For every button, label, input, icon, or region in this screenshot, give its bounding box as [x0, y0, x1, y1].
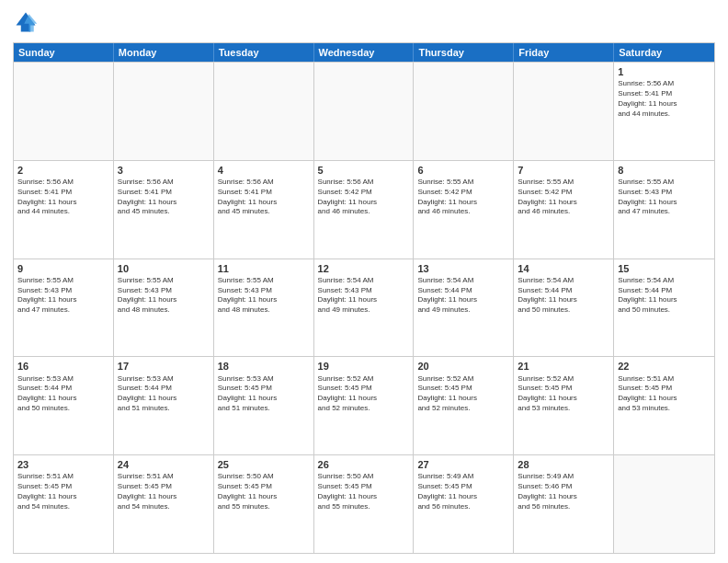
day-cell-28: 28Sunrise: 5:49 AM Sunset: 5:46 PM Dayli… — [514, 455, 614, 553]
empty-cell — [414, 63, 514, 160]
calendar-row-4: 16Sunrise: 5:53 AM Sunset: 5:44 PM Dayli… — [14, 356, 714, 454]
day-number: 21 — [518, 360, 609, 373]
day-number: 19 — [318, 360, 410, 373]
day-number: 9 — [17, 262, 109, 275]
day-cell-2: 2Sunrise: 5:56 AM Sunset: 5:41 PM Daylig… — [14, 161, 114, 259]
calendar-row-5: 23Sunrise: 5:51 AM Sunset: 5:45 PM Dayli… — [14, 454, 714, 553]
day-info: Sunrise: 5:55 AM Sunset: 5:42 PM Dayligh… — [518, 178, 609, 217]
day-info: Sunrise: 5:56 AM Sunset: 5:41 PM Dayligh… — [218, 178, 310, 217]
day-info: Sunrise: 5:54 AM Sunset: 5:44 PM Dayligh… — [417, 276, 509, 316]
logo-icon — [13, 9, 39, 35]
day-cell-3: 3Sunrise: 5:56 AM Sunset: 5:41 PM Daylig… — [114, 161, 214, 259]
day-cell-14: 14Sunrise: 5:54 AM Sunset: 5:44 PM Dayli… — [514, 259, 614, 357]
page-header — [13, 9, 715, 35]
day-number: 10 — [118, 262, 210, 275]
day-cell-19: 19Sunrise: 5:52 AM Sunset: 5:45 PM Dayli… — [314, 357, 415, 454]
day-cell-22: 22Sunrise: 5:51 AM Sunset: 5:45 PM Dayli… — [614, 357, 714, 454]
day-cell-15: 15Sunrise: 5:54 AM Sunset: 5:44 PM Dayli… — [614, 259, 714, 357]
day-number: 24 — [118, 458, 210, 471]
day-number: 27 — [417, 458, 509, 471]
day-info: Sunrise: 5:55 AM Sunset: 5:43 PM Dayligh… — [618, 178, 711, 217]
day-number: 2 — [17, 164, 109, 177]
header-day-thursday: Thursday — [414, 43, 514, 62]
day-info: Sunrise: 5:55 AM Sunset: 5:43 PM Dayligh… — [118, 276, 210, 316]
day-info: Sunrise: 5:50 AM Sunset: 5:45 PM Dayligh… — [318, 472, 410, 511]
day-cell-27: 27Sunrise: 5:49 AM Sunset: 5:45 PM Dayli… — [414, 455, 514, 553]
calendar-header: SundayMondayTuesdayWednesdayThursdayFrid… — [14, 43, 714, 62]
empty-cell — [514, 63, 614, 160]
day-info: Sunrise: 5:56 AM Sunset: 5:41 PM Dayligh… — [618, 79, 711, 119]
header-day-wednesday: Wednesday — [314, 43, 415, 62]
header-day-monday: Monday — [114, 43, 214, 62]
day-info: Sunrise: 5:52 AM Sunset: 5:45 PM Dayligh… — [318, 374, 410, 414]
day-info: Sunrise: 5:51 AM Sunset: 5:45 PM Dayligh… — [118, 472, 210, 511]
day-cell-9: 9Sunrise: 5:55 AM Sunset: 5:43 PM Daylig… — [14, 259, 114, 357]
day-cell-24: 24Sunrise: 5:51 AM Sunset: 5:45 PM Dayli… — [114, 455, 214, 553]
day-number: 3 — [118, 164, 210, 177]
day-info: Sunrise: 5:56 AM Sunset: 5:41 PM Dayligh… — [118, 178, 210, 217]
day-cell-6: 6Sunrise: 5:55 AM Sunset: 5:42 PM Daylig… — [414, 161, 514, 259]
day-cell-10: 10Sunrise: 5:55 AM Sunset: 5:43 PM Dayli… — [114, 259, 214, 357]
day-cell-12: 12Sunrise: 5:54 AM Sunset: 5:43 PM Dayli… — [314, 259, 415, 357]
day-number: 14 — [518, 262, 609, 275]
empty-cell — [314, 63, 415, 160]
day-number: 6 — [417, 164, 509, 177]
day-number: 7 — [518, 164, 609, 177]
day-number: 23 — [17, 458, 109, 471]
calendar: SundayMondayTuesdayWednesdayThursdayFrid… — [13, 42, 715, 554]
day-number: 13 — [417, 262, 509, 275]
day-info: Sunrise: 5:55 AM Sunset: 5:43 PM Dayligh… — [17, 276, 109, 316]
day-info: Sunrise: 5:56 AM Sunset: 5:41 PM Dayligh… — [17, 178, 109, 217]
day-info: Sunrise: 5:56 AM Sunset: 5:42 PM Dayligh… — [318, 178, 410, 217]
calendar-body: 1Sunrise: 5:56 AM Sunset: 5:41 PM Daylig… — [14, 62, 714, 553]
day-cell-23: 23Sunrise: 5:51 AM Sunset: 5:45 PM Dayli… — [14, 455, 114, 553]
day-number: 16 — [17, 360, 109, 373]
day-number: 11 — [218, 262, 310, 275]
day-cell-11: 11Sunrise: 5:55 AM Sunset: 5:43 PM Dayli… — [214, 259, 314, 357]
day-number: 15 — [618, 262, 711, 275]
day-number: 20 — [417, 360, 509, 373]
logo — [13, 9, 42, 35]
calendar-row-2: 2Sunrise: 5:56 AM Sunset: 5:41 PM Daylig… — [14, 160, 714, 259]
day-number: 8 — [618, 164, 711, 177]
empty-cell — [114, 63, 214, 160]
day-info: Sunrise: 5:54 AM Sunset: 5:43 PM Dayligh… — [318, 276, 410, 316]
day-info: Sunrise: 5:52 AM Sunset: 5:45 PM Dayligh… — [518, 374, 609, 414]
day-info: Sunrise: 5:51 AM Sunset: 5:45 PM Dayligh… — [17, 472, 109, 511]
empty-cell — [614, 455, 714, 553]
day-number: 17 — [118, 360, 210, 373]
calendar-row-3: 9Sunrise: 5:55 AM Sunset: 5:43 PM Daylig… — [14, 259, 714, 357]
day-number: 26 — [318, 458, 410, 471]
day-cell-8: 8Sunrise: 5:55 AM Sunset: 5:43 PM Daylig… — [614, 161, 714, 259]
empty-cell — [14, 63, 114, 160]
day-cell-25: 25Sunrise: 5:50 AM Sunset: 5:45 PM Dayli… — [214, 455, 314, 553]
header-day-tuesday: Tuesday — [214, 43, 314, 62]
day-info: Sunrise: 5:52 AM Sunset: 5:45 PM Dayligh… — [417, 374, 509, 414]
day-info: Sunrise: 5:54 AM Sunset: 5:44 PM Dayligh… — [618, 276, 711, 316]
day-info: Sunrise: 5:54 AM Sunset: 5:44 PM Dayligh… — [518, 276, 609, 316]
day-cell-1: 1Sunrise: 5:56 AM Sunset: 5:41 PM Daylig… — [614, 63, 714, 160]
day-cell-21: 21Sunrise: 5:52 AM Sunset: 5:45 PM Dayli… — [514, 357, 614, 454]
header-day-sunday: Sunday — [14, 43, 114, 62]
day-number: 12 — [318, 262, 410, 275]
day-number: 1 — [618, 65, 711, 78]
day-number: 28 — [518, 458, 609, 471]
day-cell-16: 16Sunrise: 5:53 AM Sunset: 5:44 PM Dayli… — [14, 357, 114, 454]
day-info: Sunrise: 5:55 AM Sunset: 5:42 PM Dayligh… — [417, 178, 509, 217]
day-cell-26: 26Sunrise: 5:50 AM Sunset: 5:45 PM Dayli… — [314, 455, 415, 553]
day-info: Sunrise: 5:49 AM Sunset: 5:45 PM Dayligh… — [417, 472, 509, 511]
day-number: 22 — [618, 360, 711, 373]
day-cell-7: 7Sunrise: 5:55 AM Sunset: 5:42 PM Daylig… — [514, 161, 614, 259]
day-cell-20: 20Sunrise: 5:52 AM Sunset: 5:45 PM Dayli… — [414, 357, 514, 454]
day-number: 18 — [218, 360, 310, 373]
day-number: 5 — [318, 164, 410, 177]
day-info: Sunrise: 5:55 AM Sunset: 5:43 PM Dayligh… — [218, 276, 310, 316]
header-day-friday: Friday — [514, 43, 614, 62]
day-cell-5: 5Sunrise: 5:56 AM Sunset: 5:42 PM Daylig… — [314, 161, 415, 259]
day-info: Sunrise: 5:51 AM Sunset: 5:45 PM Dayligh… — [618, 374, 711, 414]
day-cell-17: 17Sunrise: 5:53 AM Sunset: 5:44 PM Dayli… — [114, 357, 214, 454]
header-day-saturday: Saturday — [614, 43, 714, 62]
empty-cell — [214, 63, 314, 160]
calendar-row-1: 1Sunrise: 5:56 AM Sunset: 5:41 PM Daylig… — [14, 62, 714, 160]
day-number: 25 — [218, 458, 310, 471]
